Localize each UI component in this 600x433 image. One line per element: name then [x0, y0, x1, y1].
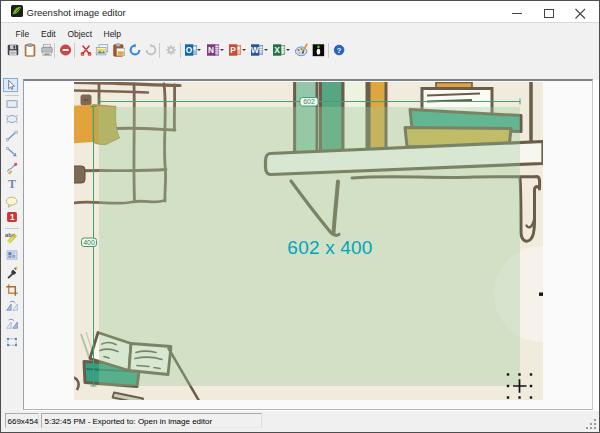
svg-text:N: N: [208, 45, 214, 55]
svg-text:O: O: [186, 45, 193, 55]
svg-text:602 x 400: 602 x 400: [287, 237, 372, 258]
svg-text:?: ?: [337, 46, 342, 55]
svg-text:T: T: [8, 178, 16, 190]
svg-text:400: 400: [83, 239, 95, 246]
svg-text:1: 1: [10, 213, 15, 222]
svg-text:W: W: [251, 45, 259, 55]
svg-text:P: P: [230, 45, 236, 55]
svg-text:602: 602: [303, 98, 315, 105]
svg-text:X: X: [274, 45, 280, 55]
